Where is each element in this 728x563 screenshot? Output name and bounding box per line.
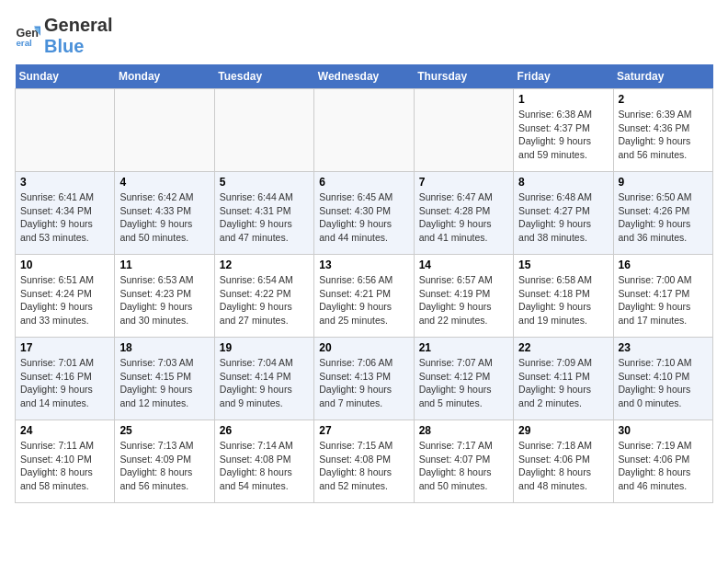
day-number: 30	[619, 424, 708, 437]
day-cell	[115, 89, 214, 172]
day-cell: 28Sunrise: 7:17 AM Sunset: 4:07 PM Dayli…	[414, 420, 513, 503]
day-cell: 20Sunrise: 7:06 AM Sunset: 4:13 PM Dayli…	[314, 338, 414, 420]
day-info: Sunrise: 6:56 AM Sunset: 4:21 PM Dayligh…	[319, 273, 408, 327]
day-cell: 26Sunrise: 7:14 AM Sunset: 4:08 PM Dayli…	[214, 420, 313, 503]
day-info: Sunrise: 7:07 AM Sunset: 4:12 PM Dayligh…	[419, 356, 508, 410]
day-cell: 4Sunrise: 6:42 AM Sunset: 4:33 PM Daylig…	[115, 172, 214, 255]
day-cell	[414, 89, 513, 172]
day-info: Sunrise: 6:47 AM Sunset: 4:28 PM Dayligh…	[419, 190, 508, 245]
day-cell: 2Sunrise: 6:39 AM Sunset: 4:36 PM Daylig…	[613, 89, 712, 172]
day-number: 17	[20, 341, 109, 354]
day-info: Sunrise: 7:11 AM Sunset: 4:10 PM Dayligh…	[20, 439, 109, 493]
day-number: 6	[319, 176, 408, 189]
day-info: Sunrise: 6:50 AM Sunset: 4:26 PM Dayligh…	[619, 190, 708, 245]
day-cell: 21Sunrise: 7:07 AM Sunset: 4:12 PM Dayli…	[414, 338, 513, 420]
day-number: 23	[619, 341, 708, 354]
day-info: Sunrise: 6:45 AM Sunset: 4:30 PM Dayligh…	[319, 190, 408, 245]
svg-text:eral: eral	[16, 38, 32, 48]
col-header-thursday: Thursday	[414, 64, 513, 89]
day-cell: 19Sunrise: 7:04 AM Sunset: 4:14 PM Dayli…	[214, 338, 313, 420]
day-info: Sunrise: 7:13 AM Sunset: 4:09 PM Dayligh…	[119, 439, 209, 493]
day-number: 18	[119, 341, 209, 354]
logo-general: General	[44, 15, 112, 35]
day-number: 26	[220, 424, 309, 437]
day-number: 20	[319, 341, 408, 354]
week-row-2: 3Sunrise: 6:41 AM Sunset: 4:34 PM Daylig…	[16, 172, 713, 255]
day-info: Sunrise: 7:19 AM Sunset: 4:06 PM Dayligh…	[619, 439, 708, 493]
day-number: 2	[619, 93, 708, 106]
day-number: 16	[619, 259, 708, 271]
day-number: 14	[419, 259, 508, 271]
day-cell: 23Sunrise: 7:10 AM Sunset: 4:10 PM Dayli…	[613, 338, 712, 420]
day-info: Sunrise: 7:14 AM Sunset: 4:08 PM Dayligh…	[220, 439, 309, 493]
day-number: 28	[419, 424, 508, 437]
day-cell: 30Sunrise: 7:19 AM Sunset: 4:06 PM Dayli…	[613, 420, 712, 503]
day-number: 22	[518, 341, 608, 354]
day-cell: 27Sunrise: 7:15 AM Sunset: 4:08 PM Dayli…	[314, 420, 414, 503]
week-row-5: 24Sunrise: 7:11 AM Sunset: 4:10 PM Dayli…	[16, 420, 713, 503]
day-cell: 16Sunrise: 7:00 AM Sunset: 4:17 PM Dayli…	[613, 255, 712, 338]
header-row: SundayMondayTuesdayWednesdayThursdayFrid…	[16, 64, 713, 89]
day-info: Sunrise: 6:41 AM Sunset: 4:34 PM Dayligh…	[20, 190, 109, 245]
day-info: Sunrise: 7:09 AM Sunset: 4:11 PM Dayligh…	[518, 356, 608, 410]
day-info: Sunrise: 7:00 AM Sunset: 4:17 PM Dayligh…	[619, 273, 708, 327]
day-info: Sunrise: 6:57 AM Sunset: 4:19 PM Dayligh…	[419, 273, 508, 327]
day-info: Sunrise: 6:54 AM Sunset: 4:22 PM Dayligh…	[220, 273, 309, 327]
day-cell: 10Sunrise: 6:51 AM Sunset: 4:24 PM Dayli…	[16, 255, 115, 338]
day-number: 8	[518, 176, 608, 189]
day-cell: 25Sunrise: 7:13 AM Sunset: 4:09 PM Dayli…	[115, 420, 214, 503]
day-cell: 15Sunrise: 6:58 AM Sunset: 4:18 PM Dayli…	[514, 255, 613, 338]
col-header-saturday: Saturday	[613, 64, 712, 89]
day-info: Sunrise: 7:15 AM Sunset: 4:08 PM Dayligh…	[319, 439, 408, 493]
day-cell	[314, 89, 414, 172]
day-info: Sunrise: 6:58 AM Sunset: 4:18 PM Dayligh…	[518, 273, 608, 327]
day-number: 19	[220, 341, 309, 354]
day-number: 1	[518, 93, 608, 106]
week-row-3: 10Sunrise: 6:51 AM Sunset: 4:24 PM Dayli…	[16, 255, 713, 338]
day-info: Sunrise: 7:04 AM Sunset: 4:14 PM Dayligh…	[220, 356, 309, 410]
day-cell	[16, 89, 115, 172]
day-number: 4	[119, 176, 209, 189]
day-info: Sunrise: 7:03 AM Sunset: 4:15 PM Dayligh…	[119, 356, 209, 410]
week-row-4: 17Sunrise: 7:01 AM Sunset: 4:16 PM Dayli…	[16, 338, 713, 420]
day-cell: 3Sunrise: 6:41 AM Sunset: 4:34 PM Daylig…	[16, 172, 115, 255]
day-number: 10	[20, 259, 109, 271]
col-header-friday: Friday	[514, 64, 613, 89]
day-cell: 17Sunrise: 7:01 AM Sunset: 4:16 PM Dayli…	[16, 338, 115, 420]
day-info: Sunrise: 6:39 AM Sunset: 4:36 PM Dayligh…	[619, 108, 708, 162]
day-cell: 11Sunrise: 6:53 AM Sunset: 4:23 PM Dayli…	[115, 255, 214, 338]
col-header-tuesday: Tuesday	[214, 64, 313, 89]
col-header-sunday: Sunday	[16, 64, 115, 89]
week-row-1: 1Sunrise: 6:38 AM Sunset: 4:37 PM Daylig…	[16, 89, 713, 172]
day-cell: 29Sunrise: 7:18 AM Sunset: 4:06 PM Dayli…	[514, 420, 613, 503]
day-number: 25	[119, 424, 209, 437]
day-number: 13	[319, 259, 408, 271]
day-info: Sunrise: 6:44 AM Sunset: 4:31 PM Dayligh…	[220, 190, 309, 245]
day-info: Sunrise: 7:18 AM Sunset: 4:06 PM Dayligh…	[518, 439, 608, 493]
day-number: 7	[419, 176, 508, 189]
day-cell: 7Sunrise: 6:47 AM Sunset: 4:28 PM Daylig…	[414, 172, 513, 255]
header: Gen eral General Blue	[15, 15, 713, 57]
day-info: Sunrise: 6:48 AM Sunset: 4:27 PM Dayligh…	[518, 190, 608, 245]
day-info: Sunrise: 7:17 AM Sunset: 4:07 PM Dayligh…	[419, 439, 508, 493]
day-cell: 18Sunrise: 7:03 AM Sunset: 4:15 PM Dayli…	[115, 338, 214, 420]
day-number: 27	[319, 424, 408, 437]
day-number: 24	[20, 424, 109, 437]
day-cell: 5Sunrise: 6:44 AM Sunset: 4:31 PM Daylig…	[214, 172, 313, 255]
logo-blue: Blue	[44, 36, 84, 56]
day-info: Sunrise: 6:51 AM Sunset: 4:24 PM Dayligh…	[20, 273, 109, 327]
day-info: Sunrise: 6:53 AM Sunset: 4:23 PM Dayligh…	[119, 273, 209, 327]
day-cell: 8Sunrise: 6:48 AM Sunset: 4:27 PM Daylig…	[514, 172, 613, 255]
day-number: 29	[518, 424, 608, 437]
logo-icon: Gen eral	[15, 23, 40, 49]
day-number: 15	[518, 259, 608, 271]
logo: Gen eral General Blue	[15, 15, 112, 57]
day-cell: 13Sunrise: 6:56 AM Sunset: 4:21 PM Dayli…	[314, 255, 414, 338]
day-info: Sunrise: 7:06 AM Sunset: 4:13 PM Dayligh…	[319, 356, 408, 410]
calendar-table: SundayMondayTuesdayWednesdayThursdayFrid…	[15, 64, 713, 503]
day-cell: 12Sunrise: 6:54 AM Sunset: 4:22 PM Dayli…	[214, 255, 313, 338]
day-cell: 6Sunrise: 6:45 AM Sunset: 4:30 PM Daylig…	[314, 172, 414, 255]
col-header-wednesday: Wednesday	[314, 64, 414, 89]
day-cell: 1Sunrise: 6:38 AM Sunset: 4:37 PM Daylig…	[514, 89, 613, 172]
day-number: 5	[220, 176, 309, 189]
